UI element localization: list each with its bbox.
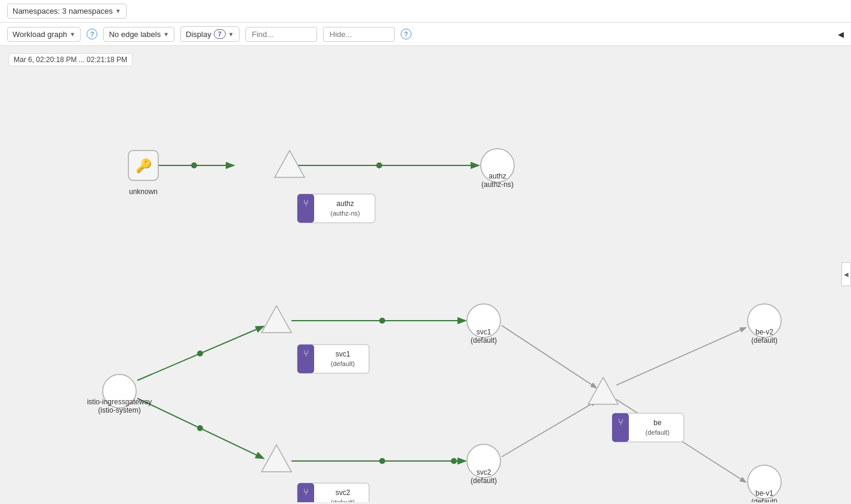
dot-4 <box>197 425 203 431</box>
display-chevron: ▼ <box>228 31 234 38</box>
label-svc2-circle-ns: (default) <box>471 477 497 485</box>
svg-marker-2 <box>275 150 305 177</box>
node-svc1-service[interactable]: ⑂ svc1 (default) <box>297 345 369 373</box>
svg-marker-17 <box>262 445 291 472</box>
svg-marker-10 <box>262 306 291 333</box>
dot-5 <box>379 318 385 324</box>
edge-svc2circle-betri <box>502 401 596 457</box>
label-bev2-ns: (default) <box>751 336 778 345</box>
label-unknown: unknown <box>129 188 158 196</box>
display-label: Display <box>186 30 211 39</box>
edge-betri-bev2 <box>616 328 745 385</box>
svg-text:authz: authz <box>336 199 354 208</box>
label-bev1-ns: (default) <box>751 497 778 502</box>
label-authz-ns-circle: (authz-ns) <box>481 180 514 189</box>
edge-labels-label: No edge labels <box>109 30 161 39</box>
namespace-selector[interactable]: Namespaces: 3 namespaces ▼ <box>7 4 127 19</box>
namespace-chevron: ▼ <box>115 8 121 14</box>
dot-6 <box>379 458 385 464</box>
node-svc1-triangle[interactable] <box>262 306 291 333</box>
svg-text:⑂: ⑂ <box>618 417 623 427</box>
label-svc1-circle-ns: (default) <box>471 336 497 345</box>
label-authz-circle: authz <box>489 172 506 180</box>
svg-text:⑂: ⑂ <box>303 487 309 497</box>
svg-text:svc2: svc2 <box>336 488 351 497</box>
dot-3 <box>197 351 203 357</box>
graph-type-btn[interactable]: Workload graph ▼ <box>7 27 81 42</box>
svg-text:(authz-ns): (authz-ns) <box>330 210 360 217</box>
svg-marker-24 <box>588 377 618 404</box>
label-ingress-ns: (istio-system) <box>98 406 140 414</box>
node-be-triangle[interactable] <box>588 377 618 404</box>
namespace-bar: Namespaces: 3 namespaces ▼ <box>0 0 851 23</box>
hide-help-icon[interactable]: ? <box>401 29 411 39</box>
dot-2 <box>376 162 382 168</box>
node-authz-service[interactable]: ⑂ authz (authz-ns) <box>297 194 375 223</box>
graph-help-icon[interactable]: ? <box>87 29 97 39</box>
collapse-btn[interactable]: ◀ <box>841 262 851 286</box>
display-btn[interactable]: Display 7 ▼ <box>180 26 239 42</box>
edge-labels-chevron: ▼ <box>163 31 169 38</box>
svg-text:⑂: ⑂ <box>303 348 309 358</box>
label-svc1-circle: svc1 <box>477 328 491 336</box>
dot-7 <box>451 458 457 464</box>
label-svc2-circle: svc2 <box>477 468 491 477</box>
find-input[interactable] <box>245 27 317 42</box>
node-authz-triangle[interactable] <box>275 150 305 177</box>
display-count: 7 <box>214 29 226 39</box>
svg-text:(default): (default) <box>331 499 355 502</box>
svg-text:(default): (default) <box>331 360 355 367</box>
node-svc2-service[interactable]: ⑂ svc2 (default) <box>297 483 369 502</box>
node-unknown[interactable]: 🔑 <box>128 150 158 180</box>
edge-svc1circle-betri <box>502 325 596 388</box>
node-svc2-triangle[interactable] <box>262 445 291 472</box>
svg-text:svc1: svc1 <box>336 350 351 358</box>
svg-text:(default): (default) <box>646 429 669 436</box>
toolbar: Workload graph ▼ ? No edge labels ▼ Disp… <box>0 23 851 46</box>
namespace-label: Namespaces: 3 namespaces <box>13 7 113 16</box>
hide-input[interactable] <box>323 27 395 42</box>
collapse-sidebar-btn[interactable]: ◀ <box>838 30 844 39</box>
graph-type-label: Workload graph <box>13 30 67 39</box>
label-bev1: be-v1 <box>755 489 773 497</box>
graph-svg: 🔑 unknown ⑂ authz (authz-ns) authz (auth… <box>0 46 851 502</box>
label-ingress: istio-ingressgateway <box>87 398 152 406</box>
svg-text:⑂: ⑂ <box>303 198 309 208</box>
svg-text:🔑: 🔑 <box>136 158 152 174</box>
node-be-service[interactable]: ⑂ be (default) <box>612 413 684 442</box>
graph-area: Mar 6, 02:20:18 PM ... 02:21:18 PM <box>0 46 851 502</box>
svg-text:be: be <box>653 419 662 427</box>
graph-type-chevron: ▼ <box>70 31 76 38</box>
label-bev2: be-v2 <box>755 328 773 336</box>
dot-1 <box>191 162 197 168</box>
edge-labels-btn[interactable]: No edge labels ▼ <box>103 27 174 42</box>
